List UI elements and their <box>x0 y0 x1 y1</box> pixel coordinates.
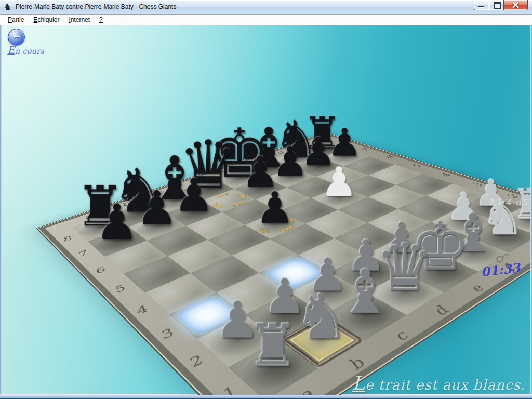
close-button[interactable] <box>504 0 528 10</box>
window-title: Pierre-Marie Baty contre Pierre-Marie Ba… <box>16 3 176 10</box>
move-list: 1. f4 d5 <box>488 197 530 207</box>
minimize-icon <box>478 6 484 7</box>
menu-help[interactable]: ? <box>95 15 108 24</box>
game-viewport: ← En cours aabbccddeeffgghh1122334455667… <box>2 25 530 395</box>
window-border-left <box>0 25 2 395</box>
turn-status-message: Le trait est aux blancs. <box>352 373 525 394</box>
menu-internet[interactable]: Internet <box>64 15 95 24</box>
app-window: ♞ Pierre-Marie Baty contre Pierre-Marie … <box>0 0 532 399</box>
board-pieces-layer: ♜♞♝♛♚♝♞♜♟♟♟♟♟♟♟♟♟♟♟♟♟♟♟♟♜♞♝♛♚♝♞♜ <box>37 132 530 395</box>
chess-piece-glyph: ♟ <box>136 185 178 232</box>
maximize-icon <box>494 2 501 9</box>
chess-board[interactable]: aabbccddeeffgghh1122334455667788 ♜♞♝♛♚♝♞… <box>36 132 530 395</box>
chess-piece-glyph: ♜ <box>247 317 299 375</box>
game-status-label: En cours <box>7 44 44 56</box>
menu-bar: Partie Echiquier Internet ? <box>0 15 532 25</box>
chess-piece-glyph: ♞ <box>294 285 349 348</box>
app-knight-icon: ♞ <box>4 2 11 11</box>
back-arrow-icon: ← <box>8 31 24 42</box>
window-controls <box>474 0 528 10</box>
maximize-button[interactable] <box>489 0 504 10</box>
minimize-button[interactable] <box>474 0 489 10</box>
chess-piece-glyph: ♟ <box>322 162 357 203</box>
chess-piece-glyph: ♟ <box>95 198 139 247</box>
menu-echiquier[interactable]: Echiquier <box>29 15 64 24</box>
chess-piece-glyph: ♟ <box>174 173 214 218</box>
menu-partie[interactable]: Partie <box>3 15 29 24</box>
title-bar[interactable]: ♞ Pierre-Marie Baty contre Pierre-Marie … <box>0 0 532 15</box>
